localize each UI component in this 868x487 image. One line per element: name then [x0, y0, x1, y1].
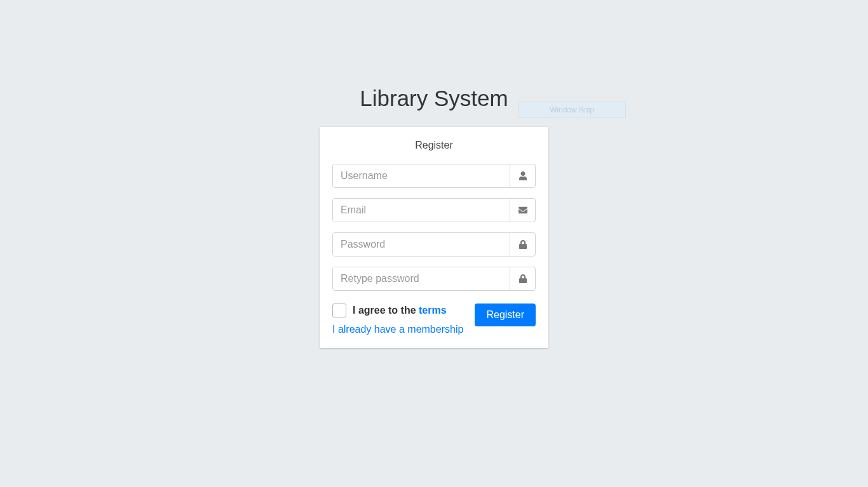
email-group [332, 198, 536, 222]
terms-link[interactable]: terms [419, 305, 447, 316]
envelope-icon [510, 199, 535, 222]
card-heading: Register [332, 140, 536, 151]
register-button[interactable]: Register [475, 304, 536, 326]
terms-label-prefix: I agree to the [353, 305, 419, 316]
register-card: Register I agree to the terms [320, 127, 548, 348]
username-input[interactable] [333, 164, 510, 187]
user-icon [510, 164, 535, 187]
lock-icon [510, 267, 535, 290]
terms-checkbox-row: I agree to the terms [332, 304, 463, 317]
membership-link[interactable]: I already have a membership [332, 324, 463, 335]
password-group [332, 232, 536, 257]
form-footer: I agree to the terms I already have a me… [332, 304, 536, 335]
terms-checkbox[interactable] [332, 304, 346, 317]
terms-label: I agree to the terms [353, 305, 447, 316]
retype-password-input[interactable] [333, 267, 510, 290]
username-group [332, 164, 536, 188]
retype-password-group [332, 267, 536, 291]
window-snip-overlay: Window Snip [518, 102, 626, 118]
footer-left-column: I agree to the terms I already have a me… [332, 304, 463, 335]
page-title: Library System [360, 86, 508, 111]
password-input[interactable] [333, 233, 510, 256]
lock-icon [510, 233, 535, 256]
email-input[interactable] [333, 199, 510, 222]
